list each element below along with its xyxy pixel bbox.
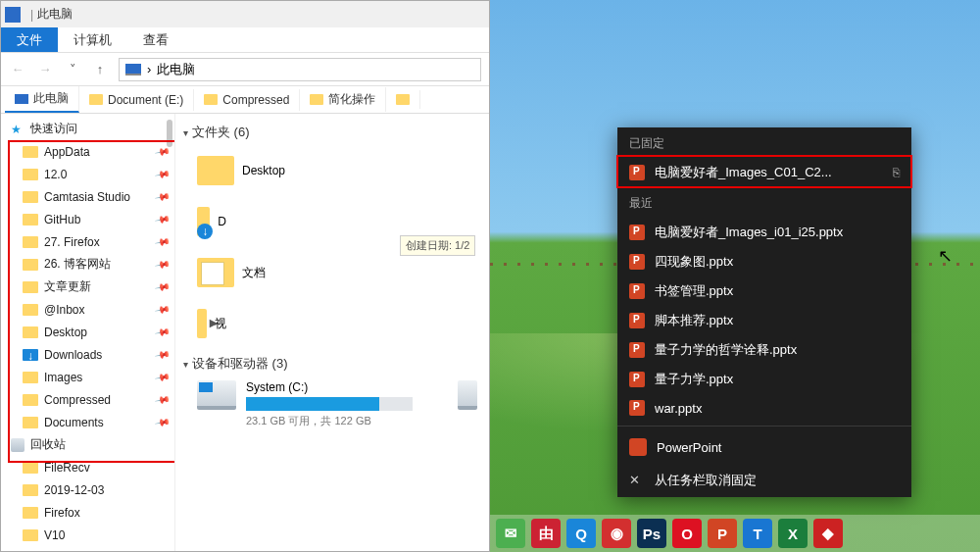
folder-item[interactable]: D [197,200,226,243]
jumplist-app-launch[interactable]: PowerPoint [617,430,911,464]
sidebar-item[interactable]: 27. Firefox📌 [1,230,174,253]
window-icon [5,7,21,23]
taskbar-icon-browser[interactable]: Q [566,519,596,548]
breadcrumb-location[interactable]: 此电脑 [157,61,195,78]
pin-icon: 📌 [155,347,171,363]
sidebar-label: Downloads [44,348,102,362]
taskbar-icon-opera[interactable]: O [672,519,702,548]
nav-back-button[interactable]: ← [9,61,26,78]
pin-icon: 📌 [155,189,171,205]
jumplist-app-label: PowerPoint [657,440,721,455]
sidebar-label: 27. Firefox [44,235,100,249]
taskbar-icon-powerpoint[interactable]: P [708,519,737,548]
taskbar-icon-music[interactable]: ◉ [602,519,631,548]
content-pane[interactable]: ▾文件夹 (6) Desktop D 文档 视 创建日期: 1/2 ▾设备和驱动… [175,114,489,551]
folder-icon [23,372,38,383]
drive-item[interactable] [458,380,477,428]
unpin-icon[interactable]: ⎘ [893,166,900,179]
jumplist-item[interactable]: 四现象图.pptx [617,247,911,276]
drives-grid: System (C:) 23.1 GB 可用，共 122 GB [197,380,481,428]
address-box[interactable]: › 此电脑 [119,58,481,81]
powerpoint-file-icon [629,313,645,328]
folder-tab[interactable]: 此电脑 [5,86,79,113]
nav-up-button[interactable]: ↑ [91,61,109,78]
sidebar-label: GitHub [44,213,80,226]
jumplist-item[interactable]: 脚本推荐.pptx [617,306,911,335]
taskbar-icon-excel[interactable]: X [778,519,808,548]
navigation-pane[interactable]: 快速访问 AppData📌 12.0📌 Camtasia Studio📌 Git… [1,114,175,551]
jumplist-item[interactable]: 量子力学.pptx [617,365,911,394]
drive-item[interactable]: System (C:) 23.1 GB 可用，共 122 GB [197,380,452,428]
taskbar-icon-wechat[interactable]: ✉ [496,519,525,548]
desktop[interactable]: 已固定 电脑爱好者_Images_C01_C2...⎘ 最近 电脑爱好者_Ima… [490,0,980,552]
sidebar-item[interactable]: 12.0📌 [1,163,174,185]
sidebar-quick-access[interactable]: 快速访问 [1,118,174,140]
sidebar-label: 快速访问 [30,121,77,137]
sidebar-item[interactable]: AppData📌 [1,140,174,163]
pin-icon: 📌 [155,212,171,227]
jumplist-item[interactable]: 电脑爱好者_Images_C01_C2...⎘ [617,158,911,187]
sidebar-item[interactable]: Compressed📌 [1,388,174,411]
sidebar-recycle-bin[interactable]: 回收站 [1,433,174,456]
drive-icon [458,380,477,410]
jumplist-item-label: 脚本推荐.pptx [655,312,733,329]
powerpoint-file-icon [629,254,645,270]
sidebar-item[interactable]: 文章更新📌 [1,276,174,298]
sidebar-item[interactable]: GitHub📌 [1,208,174,230]
section-title: 文件夹 (6) [192,124,250,141]
download-icon: ↓ [23,349,38,361]
folder-tab[interactable]: 简化操作 [300,87,386,112]
folders-section-header[interactable]: ▾文件夹 (6) [183,124,481,141]
jumplist-item[interactable]: 电脑爱好者_Images_i01_i25.pptx [617,218,911,247]
sidebar-item[interactable]: Desktop📌 [1,321,174,343]
ribbon-tab-file[interactable]: 文件 [1,27,58,52]
pin-icon: 📌 [155,279,171,295]
folder-icon [23,304,38,316]
ribbon-tab-view[interactable]: 查看 [127,27,184,52]
sidebar-item[interactable]: ↓Downloads📌 [1,343,174,366]
sidebar-item[interactable]: Images📌 [1,366,174,388]
sidebar-item[interactable]: Camtasia Studio📌 [1,185,174,208]
folder-tabstrip: 此电脑 Document (E:) Compressed 简化操作 [1,86,489,114]
folder-tab[interactable] [386,90,420,109]
titlebar-sep: | [30,8,33,22]
sidebar-item[interactable]: Firefox [1,501,174,524]
jumplist-unpin-action[interactable]: 从任务栏取消固定 [617,464,911,497]
taskbar: ✉ 由 Q ◉ Ps O P T X ◆ [490,515,980,552]
drive-usage-fill [246,397,379,411]
jumplist-item[interactable]: war.pptx [617,394,911,422]
drives-section-header[interactable]: ▾设备和驱动器 (3) [183,355,481,373]
folder-item[interactable]: Desktop [197,149,452,192]
taskbar-icon-app2[interactable]: ◆ [813,519,843,548]
sidebar-label: 2019-12-03 [44,483,104,497]
nav-forward-button[interactable]: → [36,61,54,78]
this-pc-icon [125,64,141,75]
nav-recent-button[interactable]: ˅ [64,61,81,78]
sidebar-item[interactable]: V10 [1,524,174,546]
sidebar-label: 12.0 [44,168,67,181]
taskbar-icon-todo[interactable]: T [743,519,772,548]
jumplist-item[interactable]: 书签管理.pptx [617,276,911,306]
sidebar-item[interactable]: Documents📌 [1,411,174,433]
folder-tab-label: 简化操作 [328,91,375,108]
sidebar-item[interactable]: FileRecv [1,456,174,478]
taskbar-icon-photoshop[interactable]: Ps [637,519,666,548]
folder-tab[interactable]: Compressed [194,89,300,111]
breadcrumb-sep: › [147,62,151,76]
folder-tab[interactable]: Document (E:) [79,89,194,111]
folder-tab-label: 此电脑 [33,90,69,107]
ribbon-tab-computer[interactable]: 计算机 [58,27,127,52]
sidebar-item[interactable]: 26. 博客网站📌 [1,253,174,276]
folder-label: 文档 [242,265,266,281]
sidebar-item[interactable]: @Inbox📌 [1,298,174,321]
jumplist-item[interactable]: 量子力学的哲学诠释.pptx [617,335,911,365]
folder-item[interactable]: 文档 [197,251,452,294]
folder-icon [23,146,38,158]
jumplist-recent-header: 最近 [617,187,911,218]
file-explorer-window: | 此电脑 文件 计算机 查看 ← → ˅ ↑ › 此电脑 此电脑 Docume… [0,0,490,552]
jumplist-item-label: war.pptx [655,401,702,416]
sidebar-item[interactable]: 2019-12-03 [1,478,174,501]
sidebar-label: 文章更新 [44,278,91,295]
taskbar-icon-app[interactable]: 由 [531,519,561,548]
folder-item[interactable]: 视 [197,302,226,345]
